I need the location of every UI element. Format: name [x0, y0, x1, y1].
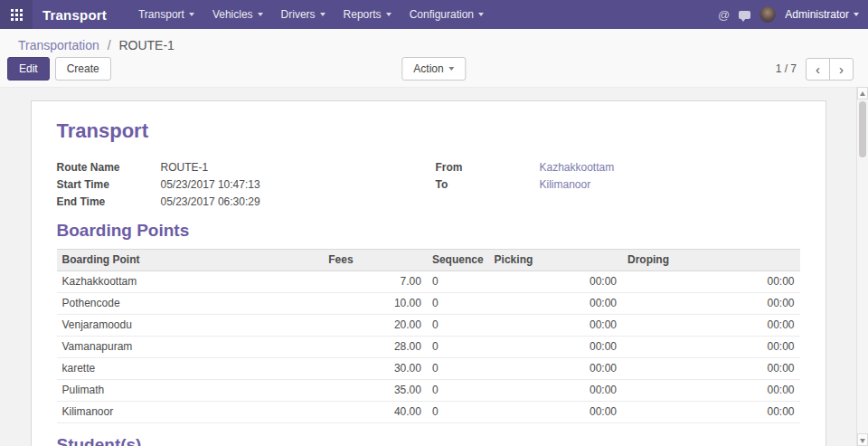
table-row[interactable]: Pothencode 10.00 0 00:00 00:00: [57, 293, 800, 315]
menu-label: Transport: [138, 8, 184, 21]
cell-fees[interactable]: 7.00: [323, 271, 427, 293]
chevron-down-icon: [449, 67, 455, 71]
cell-picking[interactable]: 00:00: [489, 337, 622, 358]
cell-boarding-point[interactable]: Vamanapuram: [57, 337, 324, 358]
cell-sequence[interactable]: 0: [427, 337, 489, 358]
students-title: Student(s): [57, 434, 800, 446]
scroll-down-arrow-icon[interactable]: [857, 433, 868, 446]
table-row[interactable]: Vamanapuram 28.00 0 00:00 00:00: [57, 337, 800, 358]
field-route-name: Route Name ROUTE-1: [57, 159, 423, 176]
button-row: Edit Create Action 1 / 7 ‹ ›: [0, 54, 868, 87]
table-row[interactable]: Kilimanoor 40.00 0 00:00 00:00: [57, 402, 800, 423]
table-row[interactable]: Kazhakkoottam 7.00 0 00:00 00:00: [57, 271, 800, 293]
edit-button[interactable]: Edit: [7, 57, 50, 81]
field-value-from-link[interactable]: Kazhakkoottam: [540, 159, 615, 176]
menu-label: Reports: [344, 8, 382, 21]
cell-boarding-point[interactable]: Pulimath: [57, 380, 324, 402]
cell-sequence[interactable]: 0: [427, 358, 489, 380]
field-start-time: Start Time 05/23/2017 10:47:13: [57, 176, 423, 194]
field-end-time: End Time 05/23/2017 06:30:29: [57, 194, 423, 211]
chat-icon[interactable]: [739, 9, 750, 21]
boarding-points-table: Boarding Point Fees Sequence Picking Dro…: [57, 249, 800, 423]
chevron-down-icon: [320, 13, 326, 16]
cell-fees[interactable]: 35.00: [323, 380, 427, 402]
cell-fees[interactable]: 20.00: [323, 315, 427, 337]
chevron-down-icon: [258, 13, 263, 16]
menu-label: Drivers: [281, 8, 316, 21]
cell-fees[interactable]: 28.00: [323, 337, 427, 358]
chevron-left-icon: ‹: [816, 62, 820, 77]
center-buttons: Action: [401, 57, 466, 81]
menu-label: Vehicles: [212, 8, 253, 21]
menu-drivers[interactable]: Drivers: [273, 8, 334, 21]
col-header-fees[interactable]: Fees: [323, 250, 427, 271]
cell-droping[interactable]: 00:00: [622, 293, 799, 315]
cell-sequence[interactable]: 0: [427, 271, 489, 293]
user-menu[interactable]: Administrator: [785, 8, 859, 21]
cell-fees[interactable]: 40.00: [323, 402, 427, 423]
record-title: Transport: [57, 119, 800, 143]
menu-reports[interactable]: Reports: [335, 8, 400, 21]
cell-boarding-point[interactable]: Pothencode: [57, 293, 324, 315]
col-header-droping[interactable]: Droping: [622, 250, 799, 271]
chevron-down-icon: [478, 13, 484, 16]
cell-boarding-point[interactable]: Venjaramoodu: [57, 315, 324, 337]
table-row[interactable]: Pulimath 35.00 0 00:00 00:00: [57, 380, 800, 402]
messaging-icon[interactable]: @: [718, 9, 730, 21]
cell-sequence[interactable]: 0: [427, 293, 489, 315]
pager-previous-button[interactable]: ‹: [806, 58, 830, 81]
cell-sequence[interactable]: 0: [427, 380, 489, 402]
cell-picking[interactable]: 00:00: [489, 315, 622, 337]
col-header-picking[interactable]: Picking: [489, 250, 622, 271]
pager-next-button[interactable]: ›: [829, 58, 854, 81]
cell-droping[interactable]: 00:00: [622, 337, 799, 358]
cell-picking[interactable]: 00:00: [489, 380, 622, 402]
cell-boarding-point[interactable]: Kilimanoor: [57, 402, 324, 423]
cell-boarding-point[interactable]: Kazhakkoottam: [57, 271, 324, 293]
cell-droping[interactable]: 00:00: [622, 315, 799, 337]
navbar-right: @ Administrator: [718, 6, 859, 23]
action-dropdown-button[interactable]: Action: [401, 57, 466, 81]
cell-picking[interactable]: 00:00: [489, 293, 622, 315]
col-header-boarding-point[interactable]: Boarding Point: [57, 250, 324, 271]
cell-droping[interactable]: 00:00: [622, 271, 799, 293]
chat-bubble-icon: [739, 11, 750, 19]
cell-picking[interactable]: 00:00: [489, 402, 622, 423]
cell-boarding-point[interactable]: karette: [57, 358, 324, 380]
cell-sequence[interactable]: 0: [427, 402, 489, 423]
menu-configuration[interactable]: Configuration: [401, 8, 492, 21]
breadcrumb-separator: /: [108, 38, 111, 52]
field-value-start-time: 05/23/2017 10:47:13: [161, 176, 260, 194]
col-header-sequence[interactable]: Sequence: [427, 250, 489, 271]
apps-menu-button[interactable]: [0, 0, 33, 29]
field-value-end-time: 05/23/2017 06:30:29: [161, 194, 260, 211]
main-menu: Transport Vehicles Drivers Reports Confi…: [130, 8, 718, 21]
scrollbar-thumb[interactable]: [859, 101, 866, 157]
cell-droping[interactable]: 00:00: [622, 380, 799, 402]
cell-fees[interactable]: 10.00: [323, 293, 427, 315]
top-navbar: Transport Transport Vehicles Drivers Rep…: [0, 0, 868, 29]
menu-vehicles[interactable]: Vehicles: [204, 8, 271, 21]
breadcrumb-parent-link[interactable]: Transportation: [18, 38, 99, 52]
field-value-to-link[interactable]: Kilimanoor: [540, 176, 591, 194]
field-label-from: From: [436, 159, 540, 176]
user-avatar[interactable]: [760, 6, 776, 23]
app-title: Transport: [42, 7, 107, 23]
field-label-end-time: End Time: [57, 194, 161, 211]
field-label-route-name: Route Name: [57, 159, 161, 176]
user-name-label: Administrator: [785, 8, 849, 21]
scroll-up-arrow-icon[interactable]: [857, 87, 868, 100]
menu-transport[interactable]: Transport: [130, 8, 203, 21]
field-to: To Kilimanoor: [436, 176, 800, 194]
cell-droping[interactable]: 00:00: [622, 402, 799, 423]
cell-picking[interactable]: 00:00: [489, 271, 622, 293]
cell-droping[interactable]: 00:00: [622, 358, 799, 380]
cell-picking[interactable]: 00:00: [489, 358, 622, 380]
table-row[interactable]: karette 30.00 0 00:00 00:00: [57, 358, 800, 380]
breadcrumb-current: ROUTE-1: [118, 38, 174, 52]
cell-fees[interactable]: 30.00: [323, 358, 427, 380]
cell-sequence[interactable]: 0: [427, 315, 489, 337]
table-row[interactable]: Venjaramoodu 20.00 0 00:00 00:00: [57, 315, 800, 337]
create-button[interactable]: Create: [55, 57, 111, 81]
vertical-scrollbar[interactable]: [856, 87, 868, 446]
